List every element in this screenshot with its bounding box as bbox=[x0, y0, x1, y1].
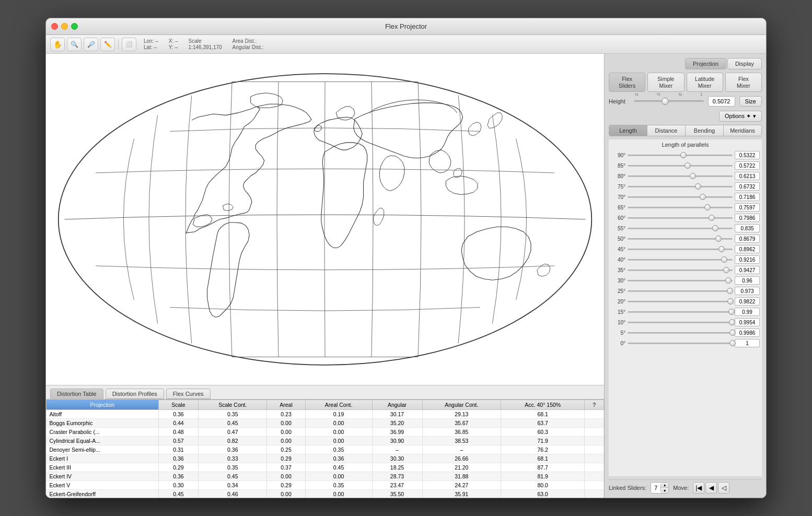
table-row[interactable]: Eckert III0.290.350.370.4518.2521.2087.7 bbox=[47, 463, 604, 472]
parallel-slider-area[interactable] bbox=[628, 297, 733, 306]
mode-simple-mixer[interactable]: Simple Mixer bbox=[647, 73, 684, 92]
options-button[interactable]: Options ✦ ▾ bbox=[719, 111, 762, 122]
parallel-value-box[interactable]: 0.8962 bbox=[735, 245, 760, 253]
parallel-value-box[interactable]: 0.7597 bbox=[735, 203, 760, 212]
tab-distortion-table[interactable]: Distortion Table bbox=[50, 389, 103, 399]
zoom-out-button[interactable]: 🔎 bbox=[84, 38, 98, 51]
table-row[interactable]: Eckert IV0.360.450.000.0028.7331.8881.9 bbox=[47, 472, 604, 481]
parallel-thumb[interactable] bbox=[712, 225, 718, 231]
parallel-thumb[interactable] bbox=[728, 309, 735, 315]
parallel-value-box[interactable]: 1 bbox=[735, 339, 760, 347]
parallel-value-box[interactable]: 0.9216 bbox=[735, 255, 760, 264]
parallel-thumb[interactable] bbox=[729, 330, 736, 336]
height-slider-track[interactable] bbox=[634, 100, 704, 102]
parallel-value-box[interactable]: 0.8679 bbox=[735, 234, 760, 243]
minimize-button[interactable] bbox=[61, 23, 68, 30]
height-slider-thumb[interactable] bbox=[662, 98, 669, 105]
tab-display[interactable]: Display bbox=[727, 58, 762, 69]
parallel-slider-area[interactable] bbox=[628, 245, 733, 253]
subtab-bending[interactable]: Bending bbox=[686, 125, 724, 136]
height-value-box[interactable]: 0.5072 bbox=[708, 96, 735, 107]
parallel-thumb[interactable] bbox=[690, 173, 696, 179]
parallel-value-box[interactable]: 0.5722 bbox=[735, 161, 760, 170]
parallel-value-box[interactable]: 0.7986 bbox=[735, 214, 760, 222]
parallel-thumb[interactable] bbox=[709, 215, 715, 221]
parallel-value-box[interactable]: 0.973 bbox=[735, 287, 760, 295]
parallel-slider-area[interactable] bbox=[628, 161, 733, 170]
parallel-value-box[interactable]: 0.96 bbox=[735, 276, 760, 285]
parallel-slider-area[interactable] bbox=[628, 276, 733, 285]
table-row[interactable]: Eckert-Greifendorff0.450.460.000.0035.50… bbox=[47, 490, 604, 498]
move-first-button[interactable]: |◀ bbox=[693, 482, 704, 494]
close-button[interactable] bbox=[51, 23, 58, 30]
parallel-thumb[interactable] bbox=[685, 162, 691, 169]
parallel-value-box[interactable]: 0.6213 bbox=[735, 172, 760, 180]
parallel-thumb[interactable] bbox=[729, 319, 735, 325]
parallel-slider-area[interactable] bbox=[628, 266, 733, 274]
parallel-slider-area[interactable] bbox=[628, 214, 733, 222]
parallel-slider-area[interactable] bbox=[628, 308, 733, 316]
parallel-slider-area[interactable] bbox=[628, 151, 733, 159]
stepper-up[interactable]: ▲ bbox=[661, 483, 668, 488]
move-next-button[interactable]: ◁ bbox=[718, 482, 729, 494]
parallel-value-box[interactable]: 0.99 bbox=[735, 308, 760, 316]
tab-distortion-profiles[interactable]: Distortion Profiles bbox=[106, 389, 164, 399]
parallel-value-box[interactable]: 0.5322 bbox=[735, 151, 760, 159]
tab-flex-curves[interactable]: Flex Curves bbox=[166, 389, 211, 399]
move-prev-button[interactable]: ◀ bbox=[705, 482, 717, 494]
subtab-meridians[interactable]: Meridians bbox=[724, 125, 761, 136]
parallel-thumb[interactable] bbox=[700, 194, 706, 200]
tab-projection[interactable]: Projection bbox=[685, 58, 726, 69]
linked-sliders-stepper[interactable]: 7 ▲ ▼ bbox=[651, 482, 669, 494]
parallel-thumb[interactable] bbox=[721, 256, 727, 263]
parallel-thumb[interactable] bbox=[725, 277, 732, 284]
parallel-thumb[interactable] bbox=[718, 246, 725, 252]
parallel-slider-area[interactable] bbox=[628, 172, 733, 180]
table-scroll[interactable]: Projection Scale Scale Cont. Areal Areal… bbox=[46, 400, 604, 498]
parallel-slider-area[interactable] bbox=[628, 339, 733, 347]
table-row[interactable]: Eckert V0.300.340.290.3523.4724.2780.0 bbox=[47, 481, 604, 490]
subtab-length[interactable]: Length bbox=[609, 125, 647, 136]
parallel-slider-area[interactable] bbox=[628, 182, 733, 191]
parallel-slider-area[interactable] bbox=[628, 203, 733, 212]
mode-flex-sliders[interactable]: Flex Sliders bbox=[609, 73, 645, 92]
parallel-slider-area[interactable] bbox=[628, 193, 733, 201]
table-row[interactable]: Boggs Eumorphic0.440.450.000.0035.2035.6… bbox=[47, 419, 604, 428]
parallel-thumb[interactable] bbox=[704, 204, 711, 210]
parallel-value-box[interactable]: 0.6732 bbox=[735, 182, 760, 191]
table-row[interactable]: Aitoff0.360.350.230.1930.1729.1368.1 bbox=[47, 410, 604, 419]
parallel-value-box[interactable]: 0.9427 bbox=[735, 266, 760, 274]
parallel-thumb[interactable] bbox=[727, 298, 734, 304]
mode-latitude-mixer[interactable]: Latitude Mixer bbox=[687, 73, 723, 92]
maximize-button[interactable] bbox=[71, 23, 78, 30]
parallel-slider-area[interactable] bbox=[628, 287, 733, 295]
map-area[interactable] bbox=[46, 54, 604, 385]
parallel-value-box[interactable]: 0.7186 bbox=[735, 193, 760, 201]
stepper-down[interactable]: ▼ bbox=[661, 488, 668, 493]
subtab-distance[interactable]: Distance bbox=[647, 125, 686, 136]
parallel-slider-area[interactable] bbox=[628, 255, 733, 264]
mode-flex-mixer[interactable]: Flex Mixer bbox=[725, 73, 762, 92]
parallel-thumb[interactable] bbox=[729, 340, 736, 346]
parallel-slider-area[interactable] bbox=[628, 329, 733, 337]
parallel-thumb[interactable] bbox=[695, 183, 701, 190]
parallel-thumb[interactable] bbox=[723, 267, 729, 273]
parallel-value-box[interactable]: 0.9954 bbox=[735, 318, 760, 326]
parallel-value-box[interactable]: 0.9986 bbox=[735, 329, 760, 337]
pan-tool-button[interactable]: ✋ bbox=[50, 38, 65, 51]
size-button[interactable]: Size bbox=[739, 96, 762, 107]
parallel-thumb[interactable] bbox=[715, 236, 722, 242]
table-row[interactable]: Cylindrical Equal-A...0.570.820.000.0030… bbox=[47, 437, 604, 445]
table-row[interactable]: Denoyer Semi-ellip...0.310.360.250.35––7… bbox=[47, 445, 604, 454]
parallel-thumb[interactable] bbox=[680, 152, 687, 158]
measure-button[interactable]: ✏️ bbox=[100, 38, 115, 51]
table-row[interactable]: Craster Parabolic (...0.480.470.000.0036… bbox=[47, 428, 604, 437]
parallel-slider-area[interactable] bbox=[628, 224, 733, 232]
parallel-value-box[interactable]: 0.835 bbox=[735, 224, 760, 232]
parallel-slider-area[interactable] bbox=[628, 318, 733, 326]
parallel-value-box[interactable]: 0.9822 bbox=[735, 297, 760, 306]
parallel-thumb[interactable] bbox=[727, 288, 733, 294]
zoom-in-button[interactable]: 🔍 bbox=[67, 38, 82, 51]
table-row[interactable]: Eckert I0.360.330.290.3630.3026.6668.1 bbox=[47, 454, 604, 463]
fit-button[interactable]: ⬜ bbox=[122, 38, 136, 51]
